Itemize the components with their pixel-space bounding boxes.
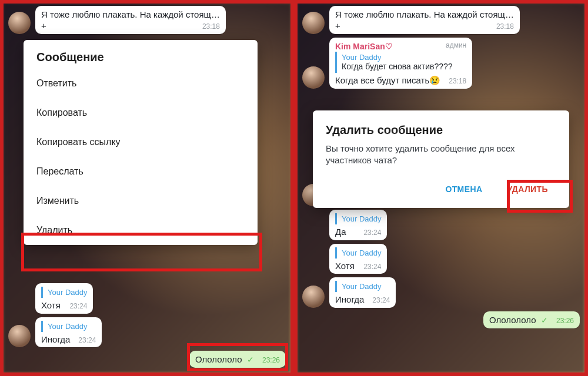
check-icon: ✓ <box>541 315 548 325</box>
avatar[interactable] <box>302 286 325 308</box>
message-text: Да <box>335 227 346 237</box>
message-text: Иногда <box>41 334 70 344</box>
menu-item-edit[interactable]: Изменить <box>24 186 258 216</box>
avatar[interactable] <box>8 325 31 347</box>
message-time: 23:24 <box>372 296 390 304</box>
message-row: Your Daddy Хотя 23:24 <box>302 244 580 274</box>
message-row: Your Daddy Иногда 23:24 <box>302 277 580 308</box>
message-context-menu: Сообщение Ответить Копировать Копировать… <box>24 40 258 245</box>
message-time: 23:24 <box>363 263 381 271</box>
incoming-bubble[interactable]: Your Daddy Иногда 23:24 <box>329 277 396 308</box>
message-text: Хотя <box>335 261 355 271</box>
outgoing-bubble[interactable]: Ололололо 23:26 ✓ <box>483 311 580 328</box>
reply-preview: Your Daddy <box>335 247 381 258</box>
menu-item-reply[interactable]: Ответить <box>24 69 258 98</box>
reply-text: Когда будет снова актив???? <box>342 62 466 72</box>
menu-item-delete[interactable]: Удалить <box>24 216 258 245</box>
message-text: Ололололо <box>489 315 536 325</box>
message-text: Ололололо <box>195 354 242 364</box>
reply-sender: Your Daddy <box>342 53 466 62</box>
panel-left: Я тоже люблю плакать. На каждой стоящ… +… <box>0 0 294 376</box>
outgoing-bubble[interactable]: Ололололо 23:26 ✓ <box>189 351 286 368</box>
avatar[interactable] <box>302 66 325 89</box>
message-time: 23:18 <box>202 22 220 31</box>
message-row: Kim MariSan♡ админ Your Daddy Когда буде… <box>302 38 580 89</box>
reply-sender: Your Daddy <box>342 214 381 223</box>
reply-preview: Your Daddy <box>41 287 87 298</box>
incoming-bubble[interactable]: Kim MariSan♡ админ Your Daddy Когда буде… <box>329 38 472 89</box>
message-time: 23:24 <box>78 336 96 344</box>
message-text: Хотя <box>41 300 61 310</box>
message-text: Иногда <box>335 294 364 304</box>
incoming-bubble[interactable]: Your Daddy Да 23:24 <box>329 210 387 240</box>
message-time: 23:26 <box>262 356 280 364</box>
incoming-bubble[interactable]: Я тоже люблю плакать. На каждой стоящ… +… <box>329 6 520 34</box>
message-time: 23:18 <box>449 77 466 85</box>
message-row-outgoing: Ололололо 23:26 ✓ <box>8 351 286 368</box>
check-icon: ✓ <box>247 355 254 364</box>
message-row: Your Daddy Хотя 23:24 <box>8 283 286 314</box>
message-row: Я тоже люблю плакать. На каждой стоящ… +… <box>8 6 286 34</box>
message-row: Your Daddy Да 23:24 <box>302 210 580 240</box>
incoming-bubble[interactable]: Your Daddy Хотя 23:24 <box>35 283 93 314</box>
message-text: Я тоже люблю плакать. На каждой стоящ… <box>335 9 514 21</box>
reply-sender: Your Daddy <box>342 249 381 257</box>
message-time: 23:24 <box>363 229 381 237</box>
menu-item-copy-link[interactable]: Копировать ссылку <box>24 127 258 157</box>
admin-label: админ <box>446 41 466 49</box>
delete-confirm-dialog: Удалить сообщение Вы точно хотите удалит… <box>313 110 569 208</box>
menu-item-copy[interactable]: Копировать <box>24 98 258 127</box>
incoming-bubble[interactable]: Your Daddy Хотя 23:24 <box>329 244 387 274</box>
message-row: Я тоже люблю плакать. На каждой стоящ… +… <box>302 6 580 34</box>
message-extra: + <box>41 21 46 31</box>
reply-preview: Your Daddy <box>335 281 390 292</box>
dialog-actions: ОТМЕНА УДАЛИТЬ <box>326 179 556 200</box>
reply-sender: Your Daddy <box>342 282 390 291</box>
menu-item-forward[interactable]: Переслать <box>24 157 258 186</box>
dialog-title: Удалить сообщение <box>326 123 556 137</box>
panel-right: Я тоже люблю плакать. На каждой стоящ… +… <box>294 0 588 376</box>
cancel-button[interactable]: ОТМЕНА <box>437 179 490 200</box>
message-time: 23:24 <box>69 302 87 310</box>
reply-sender: Your Daddy <box>48 322 96 331</box>
avatar[interactable] <box>302 12 325 34</box>
message-extra: + <box>335 21 340 31</box>
incoming-bubble[interactable]: Your Daddy Иногда 23:24 <box>35 317 102 348</box>
avatar[interactable] <box>8 12 31 34</box>
two-panel-layout: Я тоже люблю плакать. На каждой стоящ… +… <box>0 0 588 376</box>
menu-title: Сообщение <box>24 51 258 69</box>
message-row: Your Daddy Иногда 23:24 <box>8 317 286 348</box>
sender-name: Kim MariSan♡ <box>335 42 393 51</box>
incoming-bubble[interactable]: Я тоже люблю плакать. На каждой стоящ… +… <box>35 6 226 34</box>
dialog-text: Вы точно хотите удалить сообщение для вс… <box>326 143 556 167</box>
reply-preview: Your Daddy <box>41 321 96 332</box>
message-text: Я тоже люблю плакать. На каждой стоящ… <box>41 9 220 21</box>
reply-preview: Your Daddy Когда будет снова актив???? <box>335 52 466 73</box>
message-text: Когда все будут писать😢 <box>335 75 440 85</box>
message-time: 23:18 <box>496 22 514 31</box>
message-row-outgoing: Ололололо 23:26 ✓ <box>302 311 580 328</box>
reply-preview: Your Daddy <box>335 213 381 224</box>
reply-sender: Your Daddy <box>48 288 87 297</box>
message-time: 23:26 <box>556 317 574 325</box>
delete-button[interactable]: УДАЛИТЬ <box>499 179 556 200</box>
